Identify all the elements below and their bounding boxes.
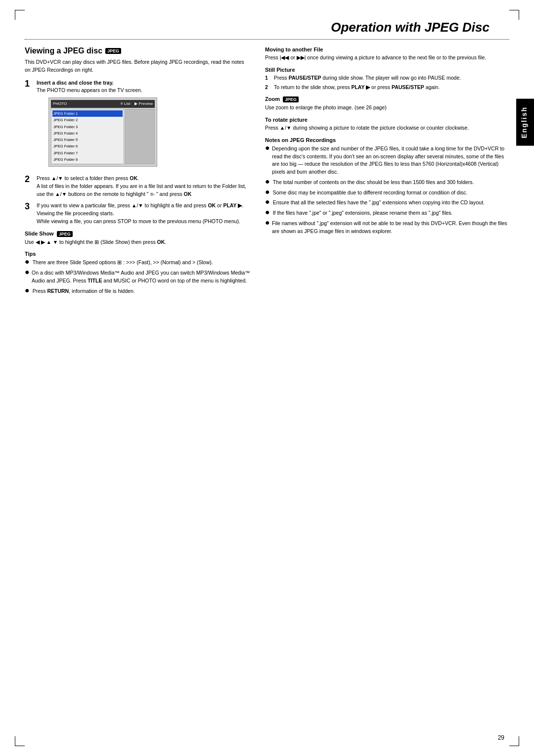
menu-list: JPEG Folder 1 JPEG Folder 2 JPEG Folder … <box>51 109 124 164</box>
corner-mark-tl <box>15 10 25 20</box>
rotate-heading: To rotate picture <box>265 117 509 123</box>
bullet-icon-1: ● <box>25 258 30 267</box>
step-1-title: Insert a disc and close the tray. <box>37 80 114 86</box>
tips-item-1-text: There are three Slide Speed options ⊞ : … <box>33 259 213 267</box>
corner-mark-br <box>509 736 519 746</box>
menu-header-tabs: ≡ List ▶ Preview <box>121 101 153 107</box>
notes-item-4: ● Ensure that all the selected files hav… <box>265 199 509 207</box>
menu-item-4: JPEG Folder 4 <box>52 130 123 137</box>
menu-item-2: JPEG Folder 2 <box>52 117 123 123</box>
tips-item-2-text: On a disc with MP3/Windows Media™ Audio … <box>32 269 250 285</box>
still-step-2: 2 To return to the slide show, press PLA… <box>265 84 509 92</box>
still-picture-list: 1 Press PAUSE/STEP during slide show. Th… <box>265 74 509 92</box>
corner-mark-bl <box>15 736 25 746</box>
menu-item-7: JPEG Folder 7 <box>52 150 123 156</box>
slide-show-title: Slide Show <box>25 231 54 236</box>
still-step-1: 1 Press PAUSE/STEP during slide show. Th… <box>265 74 509 82</box>
menu-item-5: JPEG Folder 5 <box>52 137 123 143</box>
notes-item-5-text: If the files have ".jpe" or ".jpeg" exte… <box>273 209 453 217</box>
notes-item-6-text: File names without ".jpg" extension will… <box>272 220 509 236</box>
step-1-number: 1 <box>25 79 33 171</box>
still-step-1-text: Press PAUSE/STEP during slide show. The … <box>274 74 461 82</box>
menu-header: PHOTO ≡ List ▶ Preview <box>51 100 155 108</box>
menu-screenshot: PHOTO ≡ List ▶ Preview JPEG Folder 1 JPE… <box>48 97 157 167</box>
page-title: Operation with JPEG Disc <box>25 20 509 35</box>
step-3-number: 3 <box>25 202 33 225</box>
left-column: Viewing a JPEG disc JPEG This DVD+VCR ca… <box>25 47 250 299</box>
menu-preview <box>125 109 155 164</box>
notes-bullet-5: ● <box>265 208 270 217</box>
slide-show-body: Use ◀ ▶ ▲ ▼ to highlight the ⊞ (Slide Sh… <box>25 238 250 246</box>
bullet-icon-2: ● <box>25 268 29 285</box>
tips-section: Tips ● There are three Slide Speed optio… <box>25 251 250 295</box>
tips-list: ● There are three Slide Speed options ⊞ … <box>25 259 250 295</box>
zoom-body: Use zoom to enlarge the photo image. (se… <box>265 104 509 112</box>
tips-item-3: ● Press RETURN, information of file is h… <box>25 287 250 295</box>
step-1-body: The PHOTO menu appears on the TV screen. <box>37 87 142 93</box>
tips-item-3-text: Press RETURN, information of file is hid… <box>33 287 135 295</box>
still-step-1-num: 1 <box>265 74 271 82</box>
moving-file-heading: Moving to another File <box>265 47 509 52</box>
notes-item-1-text: Depending upon the size and number of th… <box>272 145 509 176</box>
moving-file-body: Press |◀◀ or ▶▶| once during viewing a p… <box>265 54 509 62</box>
step-3-content: If you want to view a particular file, p… <box>37 202 250 225</box>
step-1: 1 Insert a disc and close the tray. The … <box>25 79 250 171</box>
tips-title: Tips <box>25 251 250 257</box>
step-2-content: Press ▲/▼ to select a folder then press … <box>37 175 250 198</box>
notes-item-3-text: Some disc may be incompatible due to dif… <box>273 189 468 197</box>
notes-item-5: ● If the files have ".jpe" or ".jpeg" ex… <box>265 209 509 217</box>
menu-item-8: JPEG Folder 8 <box>52 156 123 163</box>
right-column: Moving to another File Press |◀◀ or ▶▶| … <box>265 47 509 299</box>
notes-bullet-1: ● <box>265 144 269 176</box>
notes-bullet-6: ● <box>265 219 269 236</box>
rotate-body: Press ▲/▼ during showing a picture to ro… <box>265 124 509 132</box>
notes-item-4-text: Ensure that all the selected files have … <box>273 199 485 207</box>
step-1-content: Insert a disc and close the tray. The PH… <box>37 79 250 171</box>
step-2-number: 2 <box>25 175 33 198</box>
page: English Operation with JPEG Disc Viewing… <box>0 0 534 756</box>
notes-item-1: ● Depending upon the size and number of … <box>265 145 509 176</box>
jpeg-badge-title: JPEG <box>105 48 121 54</box>
bullet-icon-3: ● <box>25 286 30 295</box>
menu-header-left: PHOTO <box>53 101 67 107</box>
slide-show-heading: Slide Show JPEG <box>25 231 250 237</box>
menu-item-3: JPEG Folder 3 <box>52 124 123 130</box>
section-title: Viewing a JPEG disc JPEG <box>25 47 250 55</box>
notes-bullet-4: ● <box>265 198 270 207</box>
jpeg-badge-zoom: JPEG <box>283 96 299 102</box>
step-3: 3 If you want to view a particular file,… <box>25 202 250 225</box>
notes-item-3: ● Some disc may be incompatible due to d… <box>265 189 509 197</box>
zoom-heading: Zoom JPEG <box>265 96 509 102</box>
still-step-2-text: To return to the slide show, press PLAY … <box>274 84 440 92</box>
dotted-separator <box>25 39 509 40</box>
tips-item-1: ● There are three Slide Speed options ⊞ … <box>25 259 250 267</box>
step-2: 2 Press ▲/▼ to select a folder then pres… <box>25 175 250 198</box>
side-tab: English <box>516 99 534 146</box>
tips-item-2: ● On a disc with MP3/Windows Media™ Audi… <box>25 269 250 285</box>
zoom-title: Zoom <box>265 96 280 102</box>
notes-item-2-text: The total number of contents on the disc… <box>273 179 474 187</box>
still-step-2-num: 2 <box>265 84 271 92</box>
corner-mark-tr <box>509 10 519 20</box>
section-intro: This DVD+VCR can play discs with JPEG fi… <box>25 58 250 74</box>
notes-item-2: ● The total number of contents on the di… <box>265 179 509 187</box>
main-content: Viewing a JPEG disc JPEG This DVD+VCR ca… <box>25 47 509 299</box>
jpeg-badge-slideshow: JPEG <box>57 231 73 237</box>
notes-bullet-3: ● <box>265 188 270 197</box>
notes-heading: Notes on JPEG Recordings <box>265 137 509 143</box>
section-title-text: Viewing a JPEG disc <box>25 47 102 55</box>
still-picture-heading: Still Picture <box>265 67 509 73</box>
menu-columns: JPEG Folder 1 JPEG Folder 2 JPEG Folder … <box>51 109 155 164</box>
notes-list: ● Depending upon the size and number of … <box>265 145 509 236</box>
notes-item-6: ● File names without ".jpg" extension wi… <box>265 220 509 236</box>
page-number: 29 <box>498 734 504 741</box>
menu-item-6: JPEG Folder 6 <box>52 143 123 149</box>
notes-bullet-2: ● <box>265 178 270 187</box>
menu-item-1: JPEG Folder 1 <box>52 110 123 117</box>
